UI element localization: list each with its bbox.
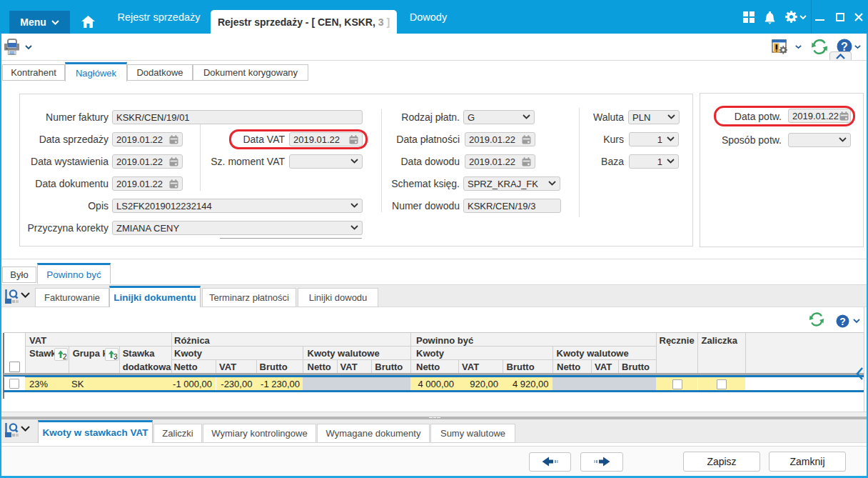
svg-text:?: ?: [841, 41, 848, 53]
svg-text:?: ?: [839, 316, 846, 327]
